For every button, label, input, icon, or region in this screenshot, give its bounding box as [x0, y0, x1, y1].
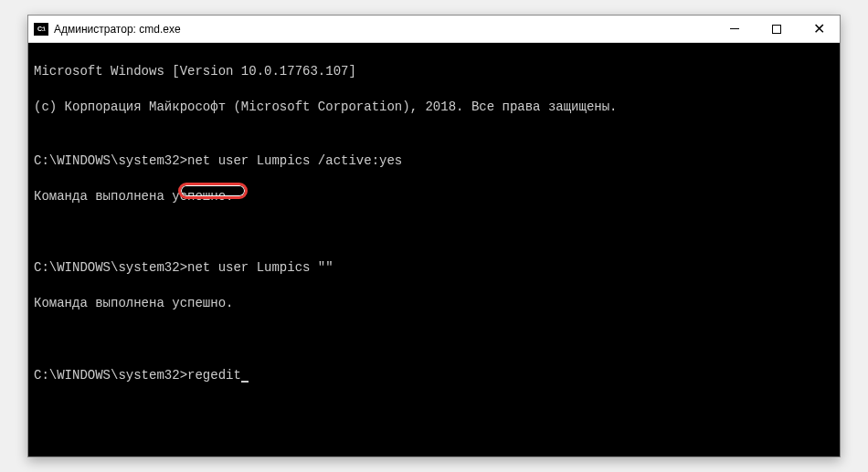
- minimize-icon: [730, 28, 739, 29]
- cmd-window: C:\ Администратор: cmd.exe ✕ Microsoft W…: [27, 15, 841, 457]
- minimize-button[interactable]: [714, 16, 756, 42]
- command-text: net user Lumpics "": [187, 260, 333, 275]
- console-area[interactable]: Microsoft Windows [Version 10.0.17763.10…: [28, 43, 840, 456]
- command-line-2: C:\WINDOWS\system32>net user Lumpics "": [34, 259, 834, 278]
- cmd-icon: C:\: [34, 23, 48, 36]
- prompt-path-part1: C:\WINDOWS\system3: [34, 368, 172, 383]
- titlebar[interactable]: C:\ Администратор: cmd.exe ✕: [28, 16, 840, 43]
- window-controls: ✕: [714, 16, 840, 42]
- close-button[interactable]: ✕: [798, 16, 840, 42]
- command-text: net user Lumpics /active:yes: [187, 153, 402, 168]
- prompt-path-part2: 2>: [172, 368, 187, 383]
- version-line: Microsoft Windows [Version 10.0.17763.10…: [34, 63, 834, 81]
- maximize-icon: [772, 25, 781, 34]
- current-command: regedit: [187, 368, 241, 383]
- current-command-line: C:\WINDOWS\system32>regedit: [34, 367, 834, 385]
- result-line-2: Команда выполнена успешно.: [34, 295, 834, 313]
- close-icon: ✕: [813, 20, 825, 37]
- prompt-path: C:\WINDOWS\system32>: [34, 153, 187, 168]
- cursor: [241, 381, 249, 383]
- prompt-path: C:\WINDOWS\system32>: [34, 260, 187, 275]
- result-line-1: Команда выполнена успешно.: [34, 188, 834, 206]
- window-title: Администратор: cmd.exe: [54, 23, 714, 36]
- command-line-1: C:\WINDOWS\system32>net user Lumpics /ac…: [34, 152, 834, 171]
- maximize-button[interactable]: [756, 16, 798, 42]
- copyright-line: (c) Корпорация Майкрософт (Microsoft Cor…: [34, 99, 834, 117]
